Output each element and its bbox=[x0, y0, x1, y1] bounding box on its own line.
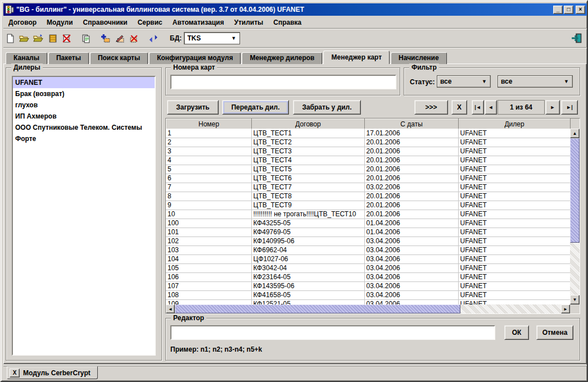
menu-item[interactable]: Модули bbox=[42, 17, 78, 28]
copy-document-icon[interactable] bbox=[79, 31, 93, 45]
table-row[interactable]: 106КФ23164-0503.04.2006UFANET bbox=[166, 272, 570, 281]
table-row[interactable]: 10!!!!!!!!!! не трогать!!!!ЦТВ_ТЕСТ1020.… bbox=[166, 210, 570, 219]
card-file-icon[interactable] bbox=[46, 31, 59, 45]
column-header[interactable]: Номер bbox=[166, 119, 252, 129]
table-row[interactable]: 105КФ3042-0403.04.2006UFANET bbox=[166, 263, 570, 272]
open-folder-icon[interactable] bbox=[17, 31, 31, 45]
vertical-scrollbar[interactable]: ▲ ▼ bbox=[570, 129, 580, 304]
card-numbers-input[interactable] bbox=[170, 75, 396, 89]
edit-card-icon[interactable] bbox=[113, 31, 126, 45]
db-label: БД: bbox=[170, 34, 182, 42]
dealer-list-item[interactable]: Брак (возврат) bbox=[13, 88, 155, 99]
table-cell: 20.01.2006 bbox=[364, 165, 458, 174]
table-row[interactable]: 1ЦТВ_ТЕСТ117.01.2006UFANET bbox=[166, 129, 570, 138]
table-row[interactable]: 100КФ43255-0501.04.2006UFANET bbox=[166, 219, 570, 228]
clear-button[interactable]: X bbox=[451, 100, 467, 115]
cancel-button[interactable]: Отмена bbox=[536, 325, 573, 340]
vertical-scroll-thumb[interactable] bbox=[570, 138, 580, 243]
scroll-down-icon[interactable]: ▼ bbox=[570, 295, 580, 304]
db-combobox[interactable]: TKS ▼ bbox=[184, 32, 240, 44]
close-module-icon[interactable]: X bbox=[10, 369, 20, 378]
table-cell: ЦФ1027-06 bbox=[251, 254, 364, 263]
table-row[interactable]: 6ЦТВ_ТЕСТ620.01.2006UFANET bbox=[166, 174, 570, 183]
table-cell: 20.01.2006 bbox=[364, 201, 458, 210]
delete-document-icon[interactable] bbox=[60, 31, 73, 45]
delete-card-icon[interactable] bbox=[127, 31, 141, 45]
table-row[interactable]: 101КФ49769-0501.04.2006UFANET bbox=[166, 228, 570, 237]
dealer-list-item[interactable]: Форте bbox=[13, 133, 155, 144]
status-combobox[interactable]: все ▼ bbox=[437, 75, 491, 88]
table-row[interactable]: 103КФ6962-0403.04.2006UFANET bbox=[166, 245, 570, 254]
extra-filter-combobox[interactable]: все ▼ bbox=[497, 75, 573, 88]
scroll-left-icon[interactable]: ◄ bbox=[166, 304, 175, 313]
table-cell: 104 bbox=[166, 254, 251, 263]
column-header[interactable]: С даты bbox=[365, 119, 459, 129]
dealers-listbox[interactable]: UFANETБрак (возврат)глуховИП АхмеровООО … bbox=[12, 76, 156, 356]
table-row[interactable]: 7ЦТВ_ТЕСТ703.02.2006UFANET bbox=[166, 183, 570, 192]
editor-input[interactable] bbox=[170, 325, 495, 340]
ok-button[interactable]: ОК bbox=[504, 325, 529, 340]
table-row[interactable]: 5ЦТВ_ТЕСТ520.01.2006UFANET bbox=[166, 165, 570, 174]
table-cell: UFANET bbox=[458, 192, 570, 201]
menu-item[interactable]: Справочники bbox=[78, 17, 133, 28]
forward-button[interactable]: >>> bbox=[414, 100, 448, 115]
menu-item[interactable]: Утилиты bbox=[229, 17, 268, 28]
dealer-list-item[interactable]: ООО Спутниковые Телеком. Системы bbox=[13, 122, 155, 133]
dealer-list-item[interactable]: глухов bbox=[13, 99, 155, 111]
table-row[interactable]: 109КФ12521-0503.04.2006UFANET bbox=[166, 299, 570, 304]
first-page-button[interactable]: |◄ bbox=[472, 100, 484, 115]
tab[interactable]: Каналы bbox=[6, 52, 47, 64]
prev-page-button[interactable]: ◄ bbox=[485, 100, 497, 115]
table-cell: UFANET bbox=[458, 281, 570, 290]
table-row[interactable]: 3ЦТВ_ТЕСТ320.01.2006UFANET bbox=[166, 147, 570, 156]
tab[interactable]: Конфигурация модуля bbox=[149, 52, 241, 64]
scroll-up-icon[interactable]: ▲ bbox=[570, 129, 580, 138]
table-row[interactable]: 108КФ41658-0503.04.2006UFANET bbox=[166, 290, 570, 299]
table-cell: UFANET bbox=[458, 219, 570, 228]
import-folder-icon[interactable] bbox=[31, 31, 45, 45]
close-button[interactable]: × bbox=[576, 6, 585, 14]
take-dealer-button[interactable]: Забрать у дил. bbox=[293, 100, 361, 115]
new-document-icon[interactable] bbox=[3, 31, 17, 45]
table-row[interactable]: 4ЦТВ_ТЕСТ420.01.2006UFANET bbox=[166, 156, 570, 165]
table-body[interactable]: 1ЦТВ_ТЕСТ117.01.2006UFANET2ЦТВ_ТЕСТ220.0… bbox=[166, 129, 570, 304]
table-row[interactable]: 107КФ143595-0603.04.2006UFANET bbox=[166, 281, 570, 290]
dealer-list-item[interactable]: UFANET bbox=[13, 77, 155, 88]
table-row[interactable]: 2ЦТВ_ТЕСТ220.01.2006UFANET bbox=[166, 138, 570, 147]
table-cell: UFANET bbox=[458, 245, 570, 254]
horizontal-scroll-thumb[interactable] bbox=[175, 304, 460, 313]
table-row[interactable]: 104ЦФ1027-0603.04.2006UFANET bbox=[166, 254, 570, 263]
tab[interactable]: Менеджер карт bbox=[323, 51, 390, 64]
add-card-icon[interactable] bbox=[99, 31, 112, 45]
horizontal-scrollbar[interactable]: ◄ ► bbox=[166, 304, 570, 313]
column-header[interactable]: Дилер bbox=[459, 119, 571, 129]
table-row[interactable]: 8ЦТВ_ТЕСТ820.01.2006UFANET bbox=[166, 192, 570, 201]
minimize-button[interactable]: _ bbox=[553, 6, 563, 14]
menu-item[interactable]: Сервис bbox=[133, 17, 168, 28]
exit-icon[interactable] bbox=[570, 31, 584, 45]
last-page-button[interactable]: ►| bbox=[561, 100, 578, 115]
table-row[interactable]: 102КФ140995-0603.04.2006UFANET bbox=[166, 237, 570, 245]
tab[interactable]: Поиск карты bbox=[90, 52, 148, 64]
column-header[interactable]: Договор bbox=[252, 119, 365, 129]
table-row[interactable]: 9ЦТВ_ТЕСТ920.01.2006UFANET bbox=[166, 201, 570, 210]
tab[interactable]: Менеджер дилеров bbox=[242, 52, 322, 64]
give-dealer-button[interactable]: Передать дил. bbox=[222, 100, 289, 115]
maximize-button[interactable]: □ bbox=[564, 6, 573, 14]
table-cell: КФ41658-05 bbox=[251, 290, 364, 299]
dealer-list-item[interactable]: ИП Ахмеров bbox=[13, 111, 155, 122]
table-cell: КФ140995-06 bbox=[251, 237, 364, 245]
title-bar: "BG - биллинг" - универсальная биллингов… bbox=[3, 3, 587, 16]
tab[interactable]: Пакеты bbox=[48, 52, 89, 64]
next-page-button[interactable]: ► bbox=[545, 100, 560, 115]
refresh-icon[interactable] bbox=[147, 31, 160, 45]
load-button[interactable]: Загрузить bbox=[167, 100, 219, 115]
menu-item[interactable]: Автоматизация bbox=[168, 17, 229, 28]
tab[interactable]: Начисление bbox=[391, 52, 447, 64]
scroll-right-icon[interactable]: ► bbox=[561, 304, 570, 313]
table-cell: 03.02.2006 bbox=[364, 183, 458, 192]
menu-item[interactable]: Справка bbox=[268, 17, 306, 28]
menu-separator bbox=[3, 28, 587, 29]
menu-item[interactable]: Договор bbox=[3, 17, 42, 28]
module-tab[interactable]: X Модуль CerberCrypt bbox=[7, 366, 98, 379]
